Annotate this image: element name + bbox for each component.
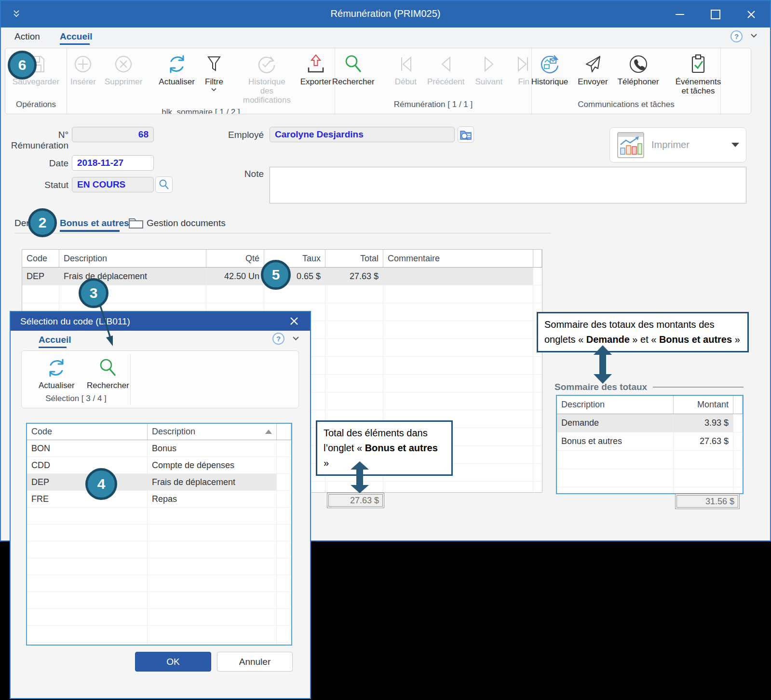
ribbon-group-spacer [721,48,751,114]
group-caption-communications: Communications et tâches [532,98,720,114]
step-badge-5: 5 [261,260,291,290]
dialog-col-description[interactable]: Description [148,424,277,440]
next-record-button[interactable]: Suivant [472,51,506,87]
dialog-row-fre[interactable]: FRE Repas [27,491,291,508]
refresh-button[interactable]: Actualiser [155,51,198,87]
svg-text:?: ? [276,335,281,343]
sort-ascending-icon[interactable] [265,430,272,434]
col-total[interactable]: Total [325,250,383,267]
export-icon [305,52,327,76]
note-field[interactable] [270,167,746,203]
selection-code-dialog: Sélection du code (LIB011) Accueil ? Act… [10,311,311,699]
dialog-row-empty[interactable] [27,643,291,646]
dialog-title-bar: Sélection du code (LIB011) [11,312,310,331]
employe-lookup-button[interactable] [458,126,474,143]
tab-action[interactable]: Action [14,31,40,42]
history-modifications-icon [256,52,278,76]
close-button[interactable] [746,9,757,20]
employe-lookup-icon [460,129,472,140]
dialog-group-caption: Sélection [ 3 / 4 ] [22,392,130,408]
previous-record-button[interactable]: Précédent [424,51,468,87]
help-icon[interactable]: ? [730,30,743,43]
bonus-tab-underline [60,230,120,232]
tab-accueil[interactable]: Accueil [60,31,93,42]
dialog-close-button[interactable] [289,316,299,326]
filter-dropdown-chevron-icon[interactable] [211,88,217,92]
active-tab-underline [60,43,90,45]
send-button[interactable]: Envoyer [574,51,611,87]
col-code[interactable]: Code [22,250,59,267]
ribbon-collapse-chevron-icon[interactable] [750,33,757,38]
insert-button[interactable]: Insérer [67,51,99,87]
tab-gestion-documents[interactable]: Gestion documents [147,218,226,229]
ribbon-tab-row: Action Accueil ? [1,27,770,47]
dialog-refresh-button[interactable]: Actualiser [35,355,78,391]
events-tasks-button[interactable]: Événements et tâches [672,51,725,96]
svg-text:?: ? [734,32,739,40]
dialog-row-empty[interactable] [27,541,291,558]
history-icon [538,52,561,76]
sommaire-row-demande[interactable]: Demande 3.93 $ [557,414,743,432]
double-arrow-icon [594,345,612,384]
cancel-button[interactable]: Annuler [217,652,293,672]
sommaire-table[interactable]: Description Montant Demande 3.93 $ Bonus… [556,395,744,494]
dialog-collapse-chevron-icon[interactable] [292,336,299,341]
dialog-row-cdd[interactable]: CDD Compte de dépenses [27,457,291,474]
tab-bonus-et-autres[interactable]: Bonus et autres [60,218,129,229]
step-badge-2: 2 [28,208,57,237]
minimize-button[interactable] [675,9,685,20]
delete-button[interactable]: Supprimer [101,51,146,87]
history-modifications-button[interactable]: Historique des modifications [239,51,295,106]
dialog-row-empty[interactable] [27,508,291,525]
date-label: Date [30,158,68,169]
dialog-row-empty[interactable] [27,592,291,609]
dialog-row-bon[interactable]: BON Bonus [27,440,291,457]
dialog-tab-accueil[interactable]: Accueil [39,335,71,345]
dialog-row-empty[interactable] [27,558,291,575]
step-badge-4: 4 [85,468,117,500]
first-record-button[interactable]: Début [392,51,420,87]
num-remuneration-label: N° Rémunération [1,130,68,151]
code-selection-table[interactable]: Code Description BON Bonus CDD Compte de… [26,423,292,646]
dialog-row-dep[interactable]: DEP Frais de déplacement [27,474,291,491]
date-field[interactable]: 2018-11-27 [72,155,154,171]
dialog-row-empty[interactable] [27,525,291,541]
sommaire-row-bonus[interactable]: Bonus et autres 27.63 $ [557,432,743,451]
dialog-row-empty[interactable] [27,575,291,592]
filter-button[interactable]: Filtre [200,51,228,93]
sommaire-row-empty[interactable] [557,469,743,487]
employe-field[interactable]: Carolyne Desjardins [270,127,455,142]
maximize-button[interactable] [710,9,721,20]
search-button[interactable]: Rechercher [329,51,378,87]
phone-button[interactable]: Téléphoner [614,51,663,87]
imprimer-button[interactable]: Imprimer [609,127,746,162]
dialog-row-empty[interactable] [27,626,291,643]
num-remuneration-field[interactable]: 68 [72,127,154,142]
dialog-row-empty[interactable] [27,609,291,626]
col-description[interactable]: Description [59,250,206,267]
statut-field[interactable]: EN COURS [72,177,154,192]
col-qte[interactable]: Qté [206,250,264,267]
step-badge-6: 6 [8,51,37,80]
sommaire-row-empty[interactable] [557,487,743,494]
folder-icon [128,215,144,229]
dialog-search-button[interactable]: Rechercher [83,355,133,391]
employe-label: Employé [220,130,264,140]
dialog-help-icon[interactable]: ? [272,332,285,345]
statut-search-icon [158,179,170,190]
sommaire-row-empty[interactable] [557,451,743,469]
first-record-icon [395,52,416,76]
step-3-arrow-icon [96,303,119,348]
statut-lookup-button[interactable] [155,176,173,193]
title-bar: Rémunération (PRIM025) [1,1,770,27]
report-chart-icon [617,132,645,159]
col-commentaire[interactable]: Commentaire [383,250,533,267]
dialog-col-code[interactable]: Code [27,424,148,440]
history-button[interactable]: Historique [528,51,572,87]
ok-button[interactable]: OK [135,652,211,672]
sommaire-col-description[interactable]: Description [557,396,674,414]
imprimer-dropdown-caret-icon[interactable] [731,143,739,147]
refresh-icon [45,356,68,380]
sommaire-col-montant[interactable]: Montant [674,396,733,414]
refresh-icon [166,52,188,76]
